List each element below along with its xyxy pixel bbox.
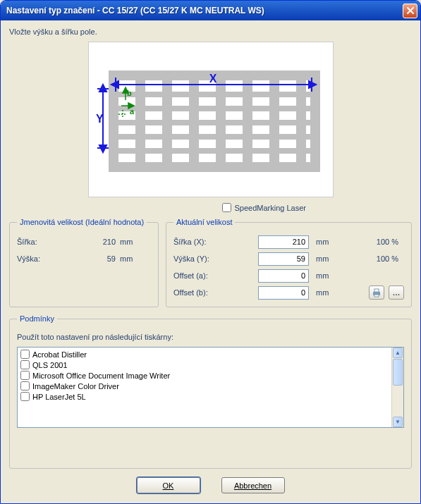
printer-label: ImageMaker Color Driver [32,382,119,391]
actual-legend: Aktuální velikost [173,218,235,226]
conditions-sublabel: Použít toto nastavení pro následující ti… [17,333,404,341]
actual-height-label: Výška (Y): [173,254,258,263]
actual-width-label: Šířka (X): [173,238,258,246]
close-icon [406,6,415,15]
actual-height-percent: 100 % [337,254,404,263]
svg-rect-14 [296,70,306,172]
svg-rect-12 [243,70,252,172]
instruction-text: Vložte výšku a šířku pole. [9,27,412,36]
actual-height-input[interactable] [258,252,309,266]
actual-width-unit: mm [309,238,337,246]
printer-label: Microsoft Office Document Image Writer [32,371,170,380]
printer-label: QLS 2001 [32,361,68,369]
printer-label: Acrobat Distiller [32,350,87,359]
y-axis-label: Y [96,113,104,125]
close-button[interactable] [403,4,417,18]
diagram-wrap: X Y [9,42,412,197]
offset-b-input[interactable] [258,286,309,300]
list-item[interactable]: ImageMaker Color Driver [19,381,390,391]
nominal-height-label: Výška: [17,254,73,263]
svg-rect-9 [162,70,172,172]
titlebar: Nastavení typ značení - CC 15/27 (CC 15/… [1,1,420,20]
nominal-width-value: 210 [73,238,116,246]
nominal-height-value: 59 [73,254,116,263]
list-item[interactable]: Acrobat Distiller [19,349,390,359]
svg-rect-33 [374,289,379,292]
dialog-buttons: OK Abbrechen [9,469,412,496]
actual-size-group: Aktuální velikost Šířka (X): mm 100 % Vý… [166,218,412,307]
svg-rect-13 [269,70,279,172]
nominal-size-group: Jmenovitá velikost (Ideální hodnota) Šíř… [9,218,159,307]
ok-button[interactable]: OK [137,477,200,493]
printer-checkbox[interactable] [20,392,30,401]
printer-checkbox[interactable] [20,381,30,391]
window-title: Nastavení typ značení - CC 15/27 (CC 15/… [6,6,403,16]
printer-listbox[interactable]: Acrobat Distiller QLS 2001 Microsoft Off… [17,347,404,428]
b-label: b [127,89,132,97]
printer-icon [372,288,382,297]
dialog-content: Vložte výšku a šířku pole. [1,20,420,503]
actual-width-percent: 100 % [337,238,404,246]
offset-b-unit: mm [309,288,337,297]
cancel-button[interactable]: Abbrechen [221,477,285,493]
offset-a-input[interactable] [258,269,309,283]
printer-checkbox[interactable] [20,350,30,359]
printer-checkbox[interactable] [20,371,30,380]
list-item[interactable]: Microsoft Office Document Image Writer [19,370,390,381]
nominal-width-unit: mm [116,238,133,246]
scrollbar[interactable]: ▲ ▼ [391,348,403,427]
svg-rect-11 [216,70,226,172]
actual-width-input[interactable] [258,235,309,249]
printer-checkbox[interactable] [20,360,30,369]
conditions-group: Podmínky Použít toto nastavení pro násle… [9,314,412,469]
scroll-up-icon[interactable]: ▲ [393,348,403,358]
marking-diagram: X Y [88,42,334,197]
offset-a-unit: mm [309,271,337,280]
speedmarking-checkbox-input[interactable] [222,203,231,212]
list-item[interactable]: HP LaserJet 5L [19,391,390,402]
more-button[interactable]: … [389,285,404,300]
svg-rect-34 [374,295,379,297]
offset-a-label: Offset (a): [173,271,258,280]
list-item[interactable]: QLS 2001 [19,359,390,370]
print-button[interactable] [369,285,384,300]
nominal-width-label: Šířka: [17,238,73,246]
a-label: a [130,107,135,116]
nominal-height-unit: mm [116,254,133,263]
nominal-legend: Jmenovitá velikost (Ideální hodnota) [17,218,147,226]
printer-items: Acrobat Distiller QLS 2001 Microsoft Off… [18,348,391,427]
conditions-legend: Podmínky [17,314,57,323]
actual-height-unit: mm [309,254,337,263]
x-axis-label: X [209,73,216,85]
svg-rect-10 [189,70,199,172]
speedmarking-row: SpeedMarking Laser [9,203,412,216]
speedmarking-checkbox[interactable]: SpeedMarking Laser [222,203,306,212]
size-columns: Jmenovitá velikost (Ideální hodnota) Šíř… [9,216,412,307]
ellipsis-icon: … [393,288,401,297]
offset-b-label: Offset (b): [173,288,258,297]
printer-label: HP LaserJet 5L [32,393,86,401]
speedmarking-label: SpeedMarking Laser [234,204,306,212]
svg-point-35 [379,292,380,293]
dialog-window: Nastavení typ značení - CC 15/27 (CC 15/… [0,0,421,504]
scroll-thumb[interactable] [393,359,403,386]
svg-rect-8 [135,70,145,172]
scroll-down-icon[interactable]: ▼ [393,417,403,427]
